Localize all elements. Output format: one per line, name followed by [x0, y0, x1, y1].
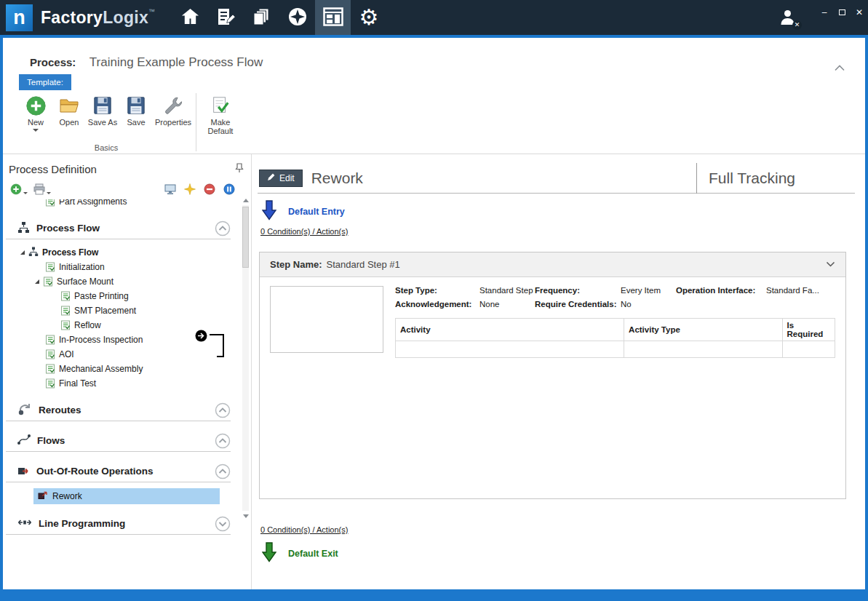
- chevron-down-icon[interactable]: [826, 261, 835, 268]
- operation-detail-panel: Edit Rework Full Tracking Default Entry …: [252, 154, 865, 589]
- route-connector-annotation: [195, 330, 224, 356]
- col-activity: Activity: [396, 319, 624, 341]
- exit-conditions-link[interactable]: 0 Condition(s) / Action(s): [260, 525, 348, 534]
- arrow-circle-icon: [195, 330, 207, 345]
- clipboard-pencil-icon: [217, 7, 236, 28]
- properties-button[interactable]: Properties: [154, 93, 192, 143]
- collapse-ribbon-button[interactable]: [835, 63, 845, 73]
- collapse-section-button[interactable]: [215, 463, 231, 479]
- tree-item-initialization[interactable]: Initialization: [3, 260, 251, 274]
- ribbon: New Open: [3, 90, 865, 154]
- home-icon: [180, 7, 200, 28]
- tree-item-final-test[interactable]: Final Test: [3, 376, 251, 391]
- acknowledgement-label: Acknowledgement:: [395, 300, 479, 309]
- open-button[interactable]: Open: [54, 93, 84, 143]
- titlebar: n FactoryLogix™: [0, 0, 868, 35]
- maximize-icon: [839, 9, 845, 15]
- section-process-flow[interactable]: Process Flow: [6, 218, 231, 239]
- scroll-down-button[interactable]: [241, 511, 250, 521]
- tree-item-smt-placement[interactable]: SMT Placement: [3, 303, 251, 318]
- settings-nav-button[interactable]: ⚙: [351, 0, 386, 35]
- new-button[interactable]: New: [20, 93, 51, 143]
- pause-circle-icon: [223, 183, 235, 197]
- default-exit-label: Default Exit: [288, 549, 338, 559]
- tree-item-surface-mount[interactable]: Surface Mount: [3, 274, 251, 289]
- require-credentials-label: Require Credentials:: [535, 300, 621, 309]
- add-node-button[interactable]: [9, 183, 29, 197]
- tree-item-paste-printing[interactable]: Paste Printing: [3, 289, 251, 303]
- collapse-section-button[interactable]: [215, 433, 231, 449]
- save-as-icon: [92, 93, 113, 118]
- make-default-button[interactable]: Make Default: [200, 93, 241, 152]
- tree-item-process-flow[interactable]: Process Flow: [3, 245, 251, 260]
- scroll-up-icon: [243, 199, 249, 202]
- scroll-up-button[interactable]: [241, 195, 250, 205]
- effects-button[interactable]: [183, 183, 197, 197]
- work-orders-nav-button[interactable]: [208, 0, 244, 35]
- preview-button[interactable]: [163, 183, 178, 197]
- collapse-section-button[interactable]: [215, 220, 231, 236]
- tree-item-part-assignments[interactable]: Part Assignments: [3, 199, 251, 209]
- save-as-button[interactable]: Save As: [87, 93, 118, 143]
- home-nav-button[interactable]: [172, 0, 208, 35]
- process-step-icon: [45, 199, 55, 207]
- make-default-icon: [210, 93, 231, 118]
- section-out-of-route[interactable]: Out-Of-Route Operations: [6, 461, 231, 482]
- save-button[interactable]: Save: [121, 93, 151, 143]
- expander-icon[interactable]: [20, 250, 25, 255]
- default-exit-row: Default Exit: [262, 543, 855, 565]
- tab-template[interactable]: Template:: [19, 74, 71, 90]
- dispatch-nav-button[interactable]: [279, 0, 315, 35]
- acknowledgement-value: None: [479, 300, 535, 309]
- step-name-value: Standard Step #1: [327, 259, 400, 270]
- minimize-button[interactable]: –: [816, 4, 833, 20]
- tree-item-mechanical-assembly[interactable]: Mechanical Assembly: [3, 362, 251, 376]
- edit-button[interactable]: Edit: [259, 170, 303, 187]
- process-flow-section-icon: [17, 221, 30, 236]
- section-reroutes[interactable]: Reroutes: [6, 399, 231, 421]
- exit-arrow-icon: [262, 542, 276, 565]
- step-card-body: Step Type: Standard Step Frequency: Ever…: [260, 277, 845, 367]
- scrollbar-thumb[interactable]: [242, 207, 249, 268]
- collapse-section-button[interactable]: [215, 402, 231, 418]
- new-icon: [25, 93, 47, 118]
- scrollbar-track[interactable]: [242, 205, 249, 511]
- new-dropdown-caret: [33, 129, 39, 132]
- user-session-button[interactable]: ✕: [779, 9, 797, 28]
- col-activity-type: Activity Type: [624, 319, 782, 341]
- step-type-label: Step Type:: [395, 286, 479, 295]
- close-button[interactable]: ✕: [851, 4, 868, 20]
- step-name-label: Step Name:: [270, 259, 322, 270]
- connector-bracket: [210, 334, 224, 356]
- panel-scrollbar[interactable]: [241, 195, 250, 521]
- expand-section-button[interactable]: [215, 516, 231, 532]
- rework-icon: [38, 490, 48, 503]
- clipped-tree-row: Part Assignments: [3, 199, 251, 209]
- flow-node-icon: [28, 247, 39, 259]
- ribbon-divider: [196, 93, 196, 151]
- step-fields: Step Type: Standard Step Frequency: Ever…: [395, 286, 835, 309]
- scroll-down-icon: [243, 514, 249, 518]
- printer-icon: [33, 183, 45, 197]
- flows-icon: [17, 434, 31, 447]
- maximize-button[interactable]: [833, 4, 851, 20]
- pin-panel-button[interactable]: [235, 163, 244, 175]
- section-flows[interactable]: Flows: [6, 430, 231, 452]
- empty-activity-row: [396, 341, 835, 358]
- step-image-placeholder: [270, 286, 383, 353]
- section-line-programming[interactable]: Line Programming: [6, 513, 231, 535]
- ribbon-region: Process: Training Example Process Flow T…: [3, 38, 865, 154]
- default-entry-row: Default Entry: [262, 201, 855, 223]
- line-programming-icon: [17, 517, 32, 530]
- tree-item-rework-selected[interactable]: Rework: [33, 488, 220, 504]
- print-dropdown-caret: [47, 192, 51, 194]
- step-card-header[interactable]: Step Name: Standard Step #1: [260, 252, 845, 277]
- suspend-button[interactable]: [222, 183, 236, 197]
- remove-button[interactable]: [202, 183, 217, 197]
- expander-icon[interactable]: [35, 279, 39, 284]
- process-designer-nav-button[interactable]: [315, 0, 351, 35]
- print-button[interactable]: [32, 183, 52, 197]
- materials-nav-button[interactable]: [244, 0, 279, 35]
- operation-title: Rework: [311, 170, 363, 187]
- entry-conditions-link[interactable]: 0 Condition(s) / Action(s): [260, 227, 348, 236]
